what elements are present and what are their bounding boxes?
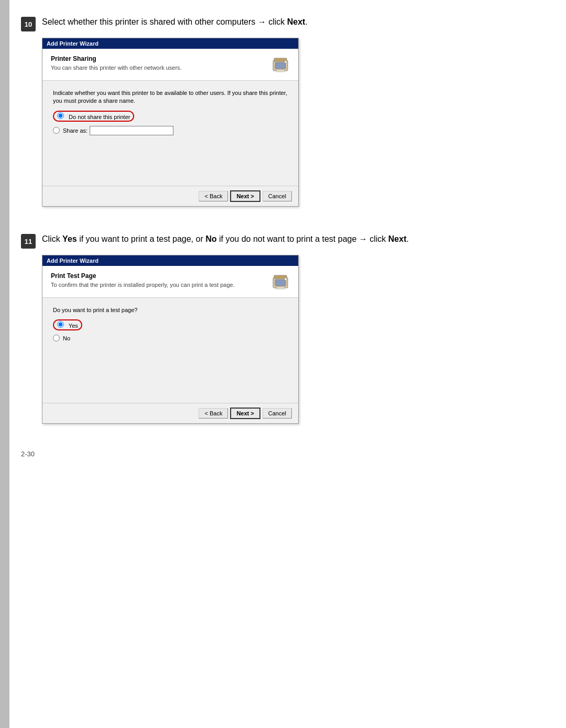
wizard-footer-step11: < Back Next > Cancel (42, 403, 298, 423)
wizard-title-step11: Add Printer Wizard (47, 258, 99, 264)
back-button-step11[interactable]: < Back (199, 408, 228, 419)
wizard-body-step11: Do you want to print a test page? Yes No (42, 298, 298, 403)
radio-no-label: No (63, 335, 70, 341)
svg-rect-6 (275, 280, 286, 286)
svg-rect-9 (276, 287, 285, 289)
wizard-header-subtitle-step11: To confirm that the printer is installed… (51, 282, 266, 288)
radio-do-not-share-label: Do not share this printer (69, 114, 130, 120)
step-10-badge: 10 (21, 17, 36, 31)
cancel-button-step11[interactable]: Cancel (263, 408, 292, 419)
radio-no-input[interactable] (53, 335, 60, 341)
step-10-section: 10 Select whether this printer is shared… (21, 16, 545, 207)
wizard-header-step10: Printer Sharing You can share this print… (42, 49, 298, 81)
radio-no: No (53, 335, 288, 341)
left-sidebar-bar (0, 0, 9, 728)
radio-do-not-share-input[interactable] (57, 112, 64, 119)
radio-do-not-share: Do not share this printer (53, 111, 288, 122)
next-button-step11[interactable]: Next > (230, 408, 260, 419)
step-11-instruction: Click Yes if you want to print a test pa… (42, 233, 545, 245)
wizard-body-text-step10: Indicate whether you want this printer t… (53, 89, 288, 105)
radio-yes: Yes (53, 319, 288, 330)
svg-rect-4 (276, 70, 285, 72)
wizard-titlebar-step10: Add Printer Wizard (42, 38, 298, 49)
back-button-step10[interactable]: < Back (199, 191, 228, 201)
step-11-badge: 11 (21, 234, 36, 249)
svg-rect-1 (275, 62, 286, 69)
svg-rect-7 (274, 275, 287, 279)
printer-icon-step11 (271, 272, 290, 291)
step-10-instruction: Select whether this printer is shared wi… (42, 16, 545, 28)
radio-share-as-input[interactable] (53, 127, 60, 134)
radio-group-step10: Do not share this printer Share as: (53, 111, 288, 135)
step-11-section: 11 Click Yes if you want to print a test… (21, 233, 545, 424)
svg-rect-2 (274, 58, 287, 61)
radio-yes-input[interactable] (57, 321, 64, 328)
page-number: 2-30 (21, 450, 35, 458)
wizard-footer-step10: < Back Next > Cancel (42, 186, 298, 206)
radio-share-as-label: Share as: (63, 127, 88, 134)
svg-point-3 (285, 61, 287, 63)
wizard-dialog-step10: Add Printer Wizard Printer Sharing You c… (42, 38, 299, 207)
wizard-header-title-step11: Print Test Page (51, 272, 266, 280)
wizard-header-subtitle-step10: You can share this printer with other ne… (51, 65, 266, 71)
radio-share-as: Share as: (53, 126, 288, 135)
wizard-dialog-step11: Add Printer Wizard Print Test Page To co… (42, 255, 299, 424)
wizard-header-step11: Print Test Page To confirm that the prin… (42, 266, 298, 298)
printer-icon-step10 (271, 55, 290, 74)
cancel-button-step10[interactable]: Cancel (263, 191, 292, 201)
next-button-step10[interactable]: Next > (230, 190, 260, 202)
wizard-body-step10: Indicate whether you want this printer t… (42, 81, 298, 186)
radio-group-step11: Yes No (53, 319, 288, 341)
wizard-body-text-step11: Do you want to print a test page? (53, 306, 288, 314)
radio-yes-label: Yes (69, 323, 78, 329)
share-name-input[interactable] (90, 126, 173, 135)
wizard-title-step10: Add Printer Wizard (47, 40, 99, 47)
yes-no-oval: Yes (53, 319, 82, 330)
wizard-header-title-step10: Printer Sharing (51, 55, 266, 62)
do-not-share-oval: Do not share this printer (53, 111, 134, 122)
page-footer: 2-30 (21, 450, 545, 458)
wizard-titlebar-step11: Add Printer Wizard (42, 255, 298, 266)
svg-point-8 (285, 278, 287, 280)
